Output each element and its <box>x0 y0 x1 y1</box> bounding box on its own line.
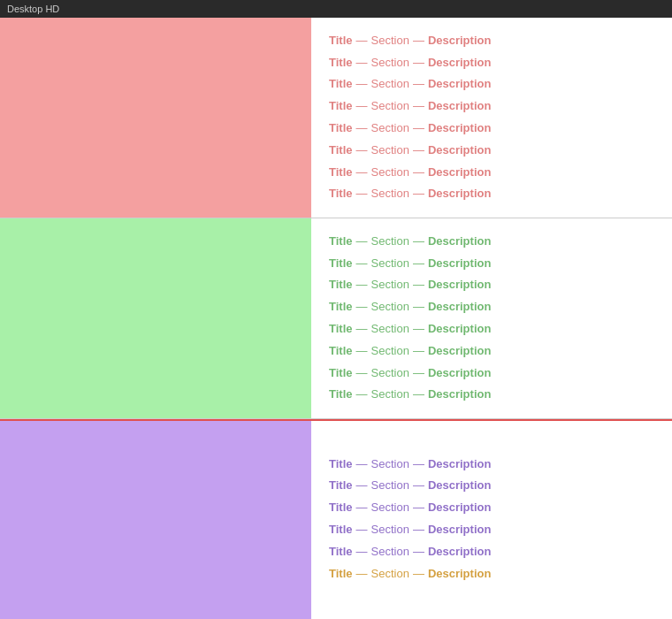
row-separator-1: — <box>356 276 368 294</box>
section-image-1 <box>0 18 311 218</box>
row-section-label: Section <box>371 521 409 539</box>
row-separator-1: — <box>356 141 368 160</box>
row-description: Description <box>428 141 492 160</box>
row-description: Description <box>428 276 492 294</box>
section-content-1: Title — Section — DescriptionTitle — Sec… <box>311 18 672 218</box>
row-separator-1: — <box>356 543 368 562</box>
row-title: Title <box>329 255 353 273</box>
row-description: Description <box>428 320 492 339</box>
row-separator-1: — <box>356 477 368 495</box>
row-section-label: Section <box>371 233 409 251</box>
section-row: Title — Section — Description <box>329 298 654 317</box>
row-section-label: Section <box>371 342 409 361</box>
row-separator-2: — <box>413 276 424 294</box>
row-description: Description <box>428 255 492 273</box>
row-separator-2: — <box>413 521 424 539</box>
row-title: Title <box>329 320 353 339</box>
row-title: Title <box>329 455 353 474</box>
section-row: Title — Section — Description <box>329 320 654 339</box>
row-separator-1: — <box>356 164 368 182</box>
row-section-label: Section <box>371 455 409 474</box>
row-separator-1: — <box>356 565 368 584</box>
row-section-label: Section <box>371 386 409 404</box>
row-title: Title <box>329 119 353 138</box>
row-separator-1: — <box>356 255 368 273</box>
section-row: Title — Section — Description <box>329 97 654 116</box>
row-separator-1: — <box>356 54 368 73</box>
row-section-label: Section <box>371 276 409 294</box>
row-separator-2: — <box>413 32 424 50</box>
section-row: Title — Section — Description <box>329 233 654 251</box>
section-row: Title — Section — Description <box>329 141 654 160</box>
row-title: Title <box>329 276 353 294</box>
row-separator-2: — <box>413 185 424 203</box>
section-row: Title — Section — Description <box>329 521 654 539</box>
row-separator-1: — <box>356 386 368 404</box>
row-section-label: Section <box>371 97 409 116</box>
section-content-2: Title — Section — DescriptionTitle — Sec… <box>311 218 672 418</box>
section-row: Title — Section — Description <box>329 342 654 361</box>
row-separator-1: — <box>356 75 368 94</box>
section-row: Title — Section — Description <box>329 455 654 474</box>
row-separator-2: — <box>413 141 424 160</box>
title-bar-label: Desktop HD <box>7 4 59 14</box>
section-row: Title — Section — Description <box>329 364 654 383</box>
row-section-label: Section <box>371 164 409 182</box>
row-description: Description <box>428 32 492 50</box>
row-separator-1: — <box>356 521 368 539</box>
row-separator-1: — <box>356 499 368 517</box>
row-title: Title <box>329 185 353 203</box>
row-section-label: Section <box>371 32 409 50</box>
row-section-label: Section <box>371 565 409 584</box>
section-row: Title — Section — Description <box>329 543 654 562</box>
row-separator-2: — <box>413 364 424 383</box>
row-description: Description <box>428 298 492 317</box>
row-description: Description <box>428 521 492 539</box>
row-description: Description <box>428 477 492 495</box>
row-separator-1: — <box>356 185 368 203</box>
section-row: Title — Section — Description <box>329 54 654 73</box>
row-separator-1: — <box>356 119 368 138</box>
row-section-label: Section <box>371 75 409 94</box>
row-separator-1: — <box>356 233 368 251</box>
section-1: Title — Section — DescriptionTitle — Sec… <box>0 18 672 218</box>
row-description: Description <box>428 75 492 94</box>
row-description: Description <box>428 97 492 116</box>
row-description: Description <box>428 455 492 474</box>
row-section-label: Section <box>371 255 409 273</box>
row-separator-2: — <box>413 255 424 273</box>
row-separator-1: — <box>356 97 368 116</box>
row-separator-2: — <box>413 164 424 182</box>
row-title: Title <box>329 565 353 584</box>
row-separator-2: — <box>413 455 424 474</box>
section-row: Title — Section — Description <box>329 32 654 50</box>
row-title: Title <box>329 32 353 50</box>
row-description: Description <box>428 119 492 138</box>
row-title: Title <box>329 298 353 317</box>
row-separator-2: — <box>413 499 424 517</box>
section-row: Title — Section — Description <box>329 255 654 273</box>
row-separator-2: — <box>413 477 424 495</box>
row-separator-2: — <box>413 54 424 73</box>
section-content-3: Title — Section — DescriptionTitle — Sec… <box>311 419 672 619</box>
row-separator-1: — <box>356 32 368 50</box>
row-separator-2: — <box>413 119 424 138</box>
section-2: Title — Section — DescriptionTitle — Sec… <box>0 218 672 419</box>
row-title: Title <box>329 75 353 94</box>
title-bar: Desktop HD <box>0 0 672 18</box>
row-separator-2: — <box>413 75 424 94</box>
section-row: Title — Section — Description <box>329 119 654 138</box>
section-row: Title — Section — Description <box>329 499 654 517</box>
section-row: Title — Section — Description <box>329 164 654 182</box>
row-description: Description <box>428 543 492 562</box>
row-title: Title <box>329 499 353 517</box>
row-separator-2: — <box>413 97 424 116</box>
row-description: Description <box>428 185 492 203</box>
row-section-label: Section <box>371 119 409 138</box>
row-description: Description <box>428 499 492 517</box>
row-section-label: Section <box>371 185 409 203</box>
row-title: Title <box>329 164 353 182</box>
row-title: Title <box>329 54 353 73</box>
row-separator-2: — <box>413 386 424 404</box>
row-section-label: Section <box>371 364 409 383</box>
